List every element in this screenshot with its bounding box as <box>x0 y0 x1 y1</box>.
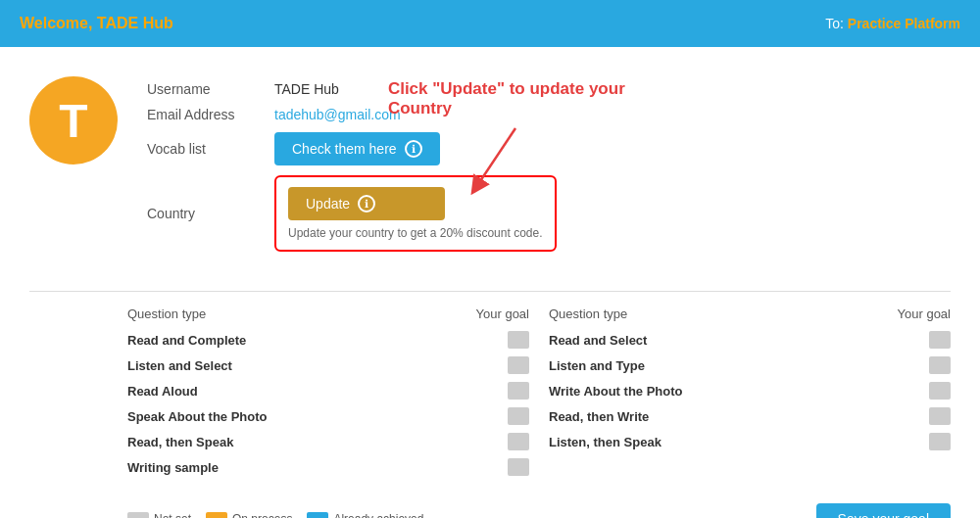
update-button[interactable]: Update ℹ <box>288 187 445 220</box>
vocab-label: Vocab list <box>147 141 255 157</box>
annotation-arrow <box>457 123 535 202</box>
goal-row-r1: Read and Select <box>549 331 951 349</box>
platform-link[interactable]: Practice Platform <box>848 16 960 31</box>
header: Welcome, TADE Hub To: Practice Platform <box>0 0 980 47</box>
goal-label-2: Listen and Select <box>127 358 232 373</box>
header-welcome: Welcome, TADE Hub <box>20 15 173 32</box>
update-icon: ℹ <box>358 195 375 212</box>
goal-label-r4: Read, then Write <box>549 409 649 424</box>
username-label: Username <box>147 81 255 97</box>
footer-row: Not set On process Already achieved Save… <box>29 498 951 518</box>
goal-label-r5: Listen, then Speak <box>549 435 662 449</box>
goal-label-5: Read, then Speak <box>127 435 233 449</box>
legend-box-on-process <box>206 512 227 518</box>
goal-row-r2: Listen and Type <box>549 356 951 374</box>
goal-box-1[interactable] <box>508 331 529 349</box>
avatar-letter: T <box>59 94 87 148</box>
email-value[interactable]: tadehub@gmail.com <box>274 107 401 122</box>
goal-row-3: Read Aloud <box>127 382 529 400</box>
right-col-header: Question type <box>549 306 627 321</box>
divider <box>29 291 951 292</box>
goal-label-6: Writing sample <box>127 460 219 475</box>
main-content: T Username TADE Hub Click "Update" to up… <box>0 47 980 518</box>
legend-achieved: Already achieved <box>307 512 423 518</box>
goal-label-r1: Read and Select <box>549 333 647 348</box>
username-value: TADE Hub <box>274 81 339 97</box>
country-hint: Update your country to get a 20% discoun… <box>288 226 543 240</box>
welcome-static: Welcome, <box>20 15 97 31</box>
goal-row-r3: Write About the Photo <box>549 382 951 400</box>
vocab-icon: ℹ <box>405 140 422 158</box>
goal-box-5[interactable] <box>508 433 529 450</box>
right-goal-header: Your goal <box>898 306 951 321</box>
goal-box-3[interactable] <box>508 382 529 400</box>
vocab-button[interactable]: Check them here ℹ <box>274 132 440 165</box>
goal-box-4[interactable] <box>508 407 529 425</box>
brand-name: TADE Hub <box>97 15 173 31</box>
goal-box-r2[interactable] <box>929 356 951 374</box>
goal-box-r1[interactable] <box>929 331 951 349</box>
country-label: Country <box>147 206 255 221</box>
goal-row-r5: Listen, then Speak <box>549 433 951 450</box>
legend-box-achieved <box>307 512 328 518</box>
goal-label-4: Speak About the Photo <box>127 409 268 424</box>
goal-row-1: Read and Complete <box>127 331 529 349</box>
goal-label-3: Read Aloud <box>127 384 198 399</box>
goal-row-2: Listen and Select <box>127 356 529 374</box>
goals-left-column: Question type Your goal Read and Complet… <box>127 306 529 484</box>
goal-box-6[interactable] <box>508 458 529 476</box>
to-label: To: <box>825 16 848 31</box>
goals-section: Question type Your goal Read and Complet… <box>29 306 951 498</box>
legend-not-set: Not set <box>127 512 191 518</box>
goal-row-r4: Read, then Write <box>549 407 951 425</box>
legend-on-process: On process <box>206 512 292 518</box>
profile-info: Username TADE Hub Click "Update" to upda… <box>147 76 951 261</box>
vocab-row: Vocab list Check them here ℹ <box>147 132 951 165</box>
legend-not-set-label: Not set <box>154 512 191 518</box>
email-label: Email Address <box>147 107 255 122</box>
goal-box-2[interactable] <box>508 356 529 374</box>
goals-right-column: Question type Your goal Read and Select … <box>549 306 951 484</box>
goal-box-r4[interactable] <box>929 407 951 425</box>
annotation-text: Click "Update" to update your Country <box>388 79 682 118</box>
header-right: To: Practice Platform <box>825 16 960 31</box>
goal-label-r2: Listen and Type <box>549 358 645 373</box>
goal-box-r3[interactable] <box>929 382 951 400</box>
goal-label-1: Read and Complete <box>127 333 246 348</box>
goal-row-4: Speak About the Photo <box>127 407 529 425</box>
username-row: Username TADE Hub Click "Update" to upda… <box>147 81 951 97</box>
goal-label-r3: Write About the Photo <box>549 384 682 399</box>
left-goal-header: Your goal <box>476 306 529 321</box>
avatar: T <box>29 76 118 165</box>
legend-on-process-label: On process <box>232 512 292 518</box>
profile-section: T Username TADE Hub Click "Update" to up… <box>29 67 951 281</box>
legend-achieved-label: Already achieved <box>333 512 423 518</box>
legend-box-not-set <box>127 512 149 518</box>
goal-box-r5[interactable] <box>929 433 951 450</box>
left-col-header: Question type <box>127 306 206 321</box>
country-row: Country Update ℹ Update your country to … <box>147 175 951 252</box>
goal-row-5: Read, then Speak <box>127 433 529 450</box>
goals-right-header: Question type Your goal <box>549 306 951 321</box>
goal-row-6: Writing sample <box>127 458 529 476</box>
goals-left-header: Question type Your goal <box>127 306 529 321</box>
save-goal-button[interactable]: Save your goal <box>816 503 951 518</box>
svg-line-1 <box>476 128 515 187</box>
